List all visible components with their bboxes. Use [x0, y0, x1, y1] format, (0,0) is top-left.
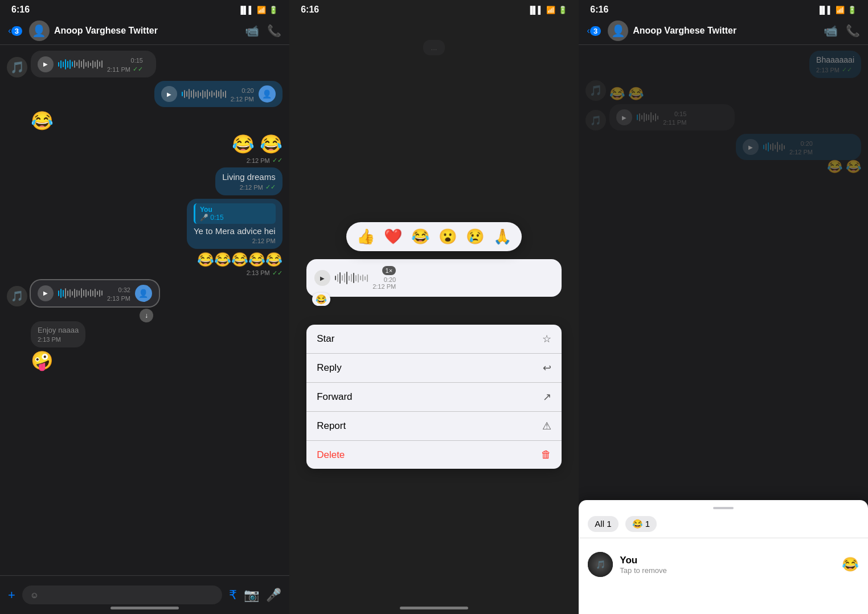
wifi-icon: 📶 — [257, 6, 266, 14]
back-button-1[interactable]: ‹ 3 — [8, 25, 24, 36]
status-icons-2: ▐▌▌ 📶 🔋 — [527, 6, 567, 14]
back-button-3[interactable]: ‹ 3 — [587, 25, 603, 36]
highlighted-voice-message[interactable]: ▶ 0:32 2:13 PM 👤 — [31, 280, 159, 306]
reaction-heart[interactable]: ❤️ — [384, 228, 402, 245]
reaction-thumbsup[interactable]: 👍 — [357, 228, 375, 245]
emoji-reaction-picker[interactable]: 👍 ❤️ 😂 😮 😢 🙏 — [346, 222, 522, 251]
sticker-icon[interactable]: ☺ — [30, 590, 39, 600]
msg-row: 🎵 ▶ 0:32 2:13 PM 👤 ↓ — [7, 280, 282, 306]
voice-meta: 1× 0:20 2:12 PM — [372, 266, 396, 290]
status-icons-1: ▐▌▌ 📶 🔋 — [238, 6, 278, 14]
tab-all-label: All 1 — [595, 519, 611, 529]
msg-row: 🤪 — [7, 351, 282, 371]
emoji-message-out: 😂 😂 — [232, 134, 282, 154]
rupee-icon[interactable]: ₹ — [229, 588, 237, 603]
message-text: Bhaaaaaai — [816, 55, 854, 64]
text-message-out[interactable]: Living dreams 2:12 PM ✓✓ — [215, 167, 282, 195]
status-time-3: 6:16 — [590, 5, 608, 15]
panel-chat: 6:16 ▐▌▌ 📶 🔋 ‹ 3 👤 Anoop Varghese Twitte… — [0, 0, 289, 614]
username: You — [620, 555, 835, 566]
phone-call-icon-3[interactable]: 📞 — [846, 24, 860, 38]
menu-item-report[interactable]: Report ⚠ — [306, 412, 562, 441]
waveform-context — [335, 272, 368, 284]
waveform-bg — [637, 112, 658, 123]
back-badge-3: 3 — [590, 26, 601, 36]
time-label: 2:13 PM ✓✓ — [247, 269, 282, 277]
reaction-laugh[interactable]: 😂 — [411, 228, 429, 245]
status-bar-3: 6:16 ▐▌▌ 📶 🔋 — [579, 0, 868, 17]
play-button-context[interactable]: ▶ — [314, 270, 330, 286]
chat-title-1: Anoop Varghese Twitter — [54, 26, 245, 36]
msg-row: Bhaaaaaai 2:13 PM ✓✓ — [586, 51, 861, 78]
menu-label-forward: Forward — [317, 391, 352, 403]
menu-item-reply[interactable]: Reply ↩ — [306, 354, 562, 383]
voice-message[interactable]: ▶ 0:15 2:11 PM ✓✓ — [31, 51, 156, 77]
battery-icon: 🔋 — [847, 6, 857, 14]
sheet-handle[interactable] — [713, 507, 734, 509]
time-label: 2:11 PM ✓✓ — [107, 66, 143, 73]
status-time-1: 6:16 — [11, 5, 30, 15]
mic-icon[interactable]: 🎤 — [266, 588, 281, 603]
reply-sender: You — [200, 206, 271, 214]
msg-row: 😂 — [7, 110, 282, 131]
emoji-message: 😂😂😂😂😂 — [197, 252, 282, 267]
video-call-icon-3[interactable]: 📹 — [824, 24, 838, 38]
time-label: 2:12 PM — [194, 238, 276, 244]
menu-item-star[interactable]: Star ☆ — [306, 325, 562, 354]
play-button[interactable]: ▶ — [161, 86, 177, 102]
reaction-sad[interactable]: 😢 — [466, 228, 484, 245]
waveform-out-bg — [763, 141, 785, 153]
message-input[interactable]: ☺ — [22, 586, 222, 604]
reaction-badge: 😂 — [312, 293, 330, 306]
back-badge-1: 3 — [11, 26, 22, 36]
add-button[interactable]: + — [8, 588, 15, 603]
emoji-message: 😂 — [31, 111, 54, 131]
tab-laugh[interactable]: 😂 1 — [625, 516, 657, 532]
voice-msg-out-bg: ▶ 0:20 2:12 PM — [736, 134, 861, 160]
home-indicator — [110, 607, 179, 609]
menu-label-report: Report — [317, 420, 346, 432]
user-subtext[interactable]: Tap to remove — [620, 566, 835, 575]
reaction-pray[interactable]: 🙏 — [493, 228, 511, 245]
nav-bar-1: ‹ 3 👤 Anoop Varghese Twitter 📹 📞 — [0, 17, 289, 45]
featured-voice-message: ▶ 1× 0:20 2:12 PM 😂 — [306, 259, 562, 297]
video-call-icon[interactable]: 📹 — [245, 24, 259, 38]
nav-bar-3: ‹ 3 👤 Anoop Varghese Twitter 📹 📞 — [579, 17, 868, 45]
user-avatar: 🎵 — [588, 552, 613, 577]
menu-item-forward[interactable]: Forward ↗ — [306, 383, 562, 412]
msg-row: Living dreams 2:12 PM ✓✓ — [7, 167, 282, 195]
home-indicator-2 — [400, 607, 468, 609]
msg-row: 🎵 ▶ 0:15 2:11 PM — [586, 104, 861, 130]
avatar-voice: 👤 — [135, 285, 152, 302]
avatar: 🎵 — [586, 80, 606, 101]
avatar-voice: 👤 — [259, 85, 276, 103]
menu-item-delete[interactable]: Delete 🗑 — [306, 441, 562, 469]
emoji-message-bg: 😂 😂 — [609, 87, 644, 101]
status-bar-2: 6:16 ▐▌▌ 📶 🔋 — [289, 0, 579, 17]
panel-reactions: 6:16 ▐▌▌ 📶 🔋 ‹ 3 👤 Anoop Varghese Twitte… — [579, 0, 868, 614]
reply-message[interactable]: You 🎤 0:15 Ye to Mera advice hei 2:12 PM — [187, 199, 282, 249]
reaction-list-sheet: All 1 😂 1 🎵 You Tap to remove 😂 — [579, 500, 868, 614]
msg-row: ▶ 0:20 2:12 PM — [586, 134, 861, 160]
play-button[interactable]: ▶ — [38, 56, 54, 72]
blurred-content: ... — [289, 34, 579, 67]
duration-label: 0:15 — [131, 57, 143, 64]
voice-meta-bg: 0:15 2:11 PM — [663, 109, 686, 126]
msg-row: 😂😂😂😂😂 2:13 PM ✓✓ — [7, 252, 282, 276]
signal-icon: ▐▌▌ — [817, 6, 833, 14]
tab-all[interactable]: All 1 — [588, 516, 618, 532]
scroll-down-button[interactable]: ↓ — [140, 309, 153, 322]
battery-icon: 🔋 — [269, 6, 278, 14]
voice-message-out[interactable]: ▶ 0:20 2:12 PM 👤 — [154, 81, 282, 107]
text-message-bg: Bhaaaaaai 2:13 PM ✓✓ — [809, 51, 861, 78]
msg-row: 🎵 😂 😂 — [586, 80, 861, 101]
voice-bubble-context[interactable]: ▶ 1× 0:20 2:12 PM 😂 — [306, 259, 562, 297]
text-message[interactable]: Enjoy naaaa 2:13 PM — [31, 321, 85, 347]
speed-badge[interactable]: 1× — [382, 266, 396, 275]
reaction-surprised[interactable]: 😮 — [439, 228, 457, 245]
phone-call-icon[interactable]: 📞 — [267, 24, 281, 38]
play-button[interactable]: ▶ — [38, 285, 54, 301]
sheet-tabs: All 1 😂 1 — [579, 516, 868, 538]
waveform — [58, 288, 103, 299]
camera-icon[interactable]: 📷 — [244, 588, 259, 603]
